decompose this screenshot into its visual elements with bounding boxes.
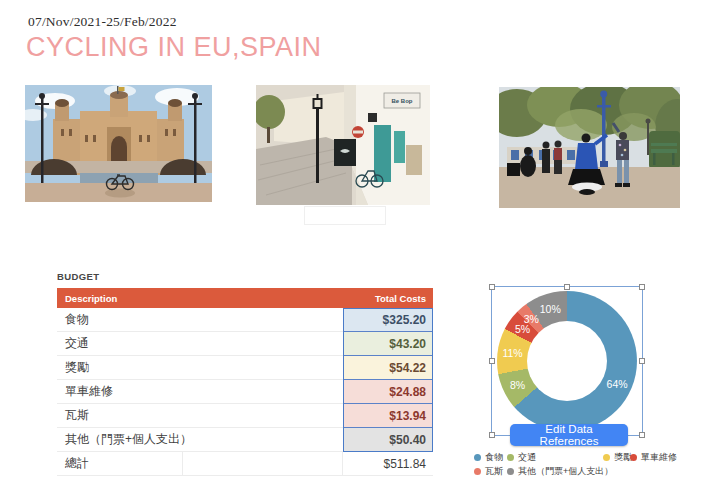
- description-cell[interactable]: 單車維修: [57, 380, 343, 404]
- slice-percent-label: 8%: [510, 379, 525, 391]
- date-range: 07/Nov/2021-25/Feb/2022: [28, 14, 177, 30]
- value-cell[interactable]: $325.20: [343, 308, 433, 332]
- park-dancers-illustration: [499, 87, 680, 208]
- photo-plaza-espana[interactable]: [25, 85, 212, 202]
- selection-handle[interactable]: [639, 358, 645, 364]
- legend-label: 食物: [485, 451, 503, 464]
- value-cell[interactable]: $50.40: [343, 428, 433, 452]
- selection-handle[interactable]: [639, 432, 645, 438]
- budget-table: Description Total Costs 食物$325.20交通$43.2…: [57, 288, 433, 476]
- photo-white-street[interactable]: Be Bop: [256, 85, 430, 205]
- slice-percent-label: 64%: [607, 378, 628, 390]
- donut-hole: [527, 321, 607, 401]
- legend-dot: [507, 454, 514, 461]
- table-header-row: Description Total Costs: [57, 288, 433, 308]
- legend-item[interactable]: 其他（門票+個人支出）: [507, 465, 613, 478]
- budget-section-label: BUDGET: [57, 271, 100, 282]
- white-street-illustration: Be Bop: [256, 85, 430, 205]
- budget-rows: 食物$325.20交通$43.20獎勵$54.22單車維修$24.88瓦斯$13…: [57, 308, 433, 452]
- legend-item[interactable]: 交通: [507, 451, 536, 464]
- total-label-cell[interactable]: 總計: [57, 452, 183, 475]
- legend-item[interactable]: 食物: [474, 451, 503, 464]
- legend-dot: [507, 468, 514, 475]
- value-cell[interactable]: $43.20: [343, 332, 433, 356]
- page-title: CYCLING IN EU,SPAIN: [26, 32, 322, 63]
- value-cell[interactable]: $24.88: [343, 380, 433, 404]
- legend-dot: [474, 454, 481, 461]
- total-value-cell[interactable]: $511.84: [343, 452, 433, 475]
- selection-handle[interactable]: [639, 284, 645, 290]
- slice-percent-label: 10%: [540, 303, 561, 315]
- legend-label: 其他（門票+個人支出）: [518, 465, 613, 478]
- table-row: 瓦斯$13.94: [57, 404, 433, 428]
- photo-park-dancers[interactable]: [499, 87, 680, 208]
- description-cell[interactable]: 交通: [57, 332, 343, 356]
- selection-handle[interactable]: [564, 284, 570, 290]
- description-cell[interactable]: 食物: [57, 308, 343, 332]
- description-cell[interactable]: 其他（門票+個人支出）: [57, 428, 343, 452]
- table-row: 交通$43.20: [57, 332, 433, 356]
- donut-chart[interactable]: 64%8%11%5%3%10%: [497, 291, 637, 431]
- selection-handle[interactable]: [489, 432, 495, 438]
- value-cell[interactable]: $13.94: [343, 404, 433, 428]
- legend-item[interactable]: 獎勵: [603, 451, 632, 464]
- table-row: 食物$325.20: [57, 308, 433, 332]
- legend-dot: [474, 468, 481, 475]
- edit-data-references-button[interactable]: Edit Data References: [510, 424, 628, 446]
- legend-dot: [630, 454, 637, 461]
- legend-item[interactable]: 單車維修: [630, 451, 677, 464]
- column-header-total-costs[interactable]: Total Costs: [343, 293, 433, 304]
- selection-handle[interactable]: [489, 358, 495, 364]
- selection-handle[interactable]: [489, 284, 495, 290]
- slice-percent-label: 3%: [524, 313, 539, 325]
- legend-label: 瓦斯: [485, 465, 503, 478]
- legend-label: 交通: [518, 451, 536, 464]
- legend-dot: [603, 454, 610, 461]
- table-row: 獎勵$54.22: [57, 356, 433, 380]
- column-header-description[interactable]: Description: [57, 293, 343, 304]
- plaza-espana-illustration: [25, 85, 212, 202]
- description-cell[interactable]: 獎勵: [57, 356, 343, 380]
- table-total-row: 總計 $511.84: [57, 452, 433, 476]
- total-empty-cell[interactable]: [183, 452, 344, 475]
- legend-label: 單車維修: [641, 451, 677, 464]
- legend-item[interactable]: 瓦斯: [474, 465, 503, 478]
- value-cell[interactable]: $54.22: [343, 356, 433, 380]
- description-cell[interactable]: 瓦斯: [57, 404, 343, 428]
- table-row: 單車維修$24.88: [57, 380, 433, 404]
- slice-percent-label: 11%: [502, 347, 522, 359]
- photo-caption-box[interactable]: [304, 206, 386, 225]
- shop-sign-text: Be Bop: [392, 98, 413, 104]
- table-row: 其他（門票+個人支出）$50.40: [57, 428, 433, 452]
